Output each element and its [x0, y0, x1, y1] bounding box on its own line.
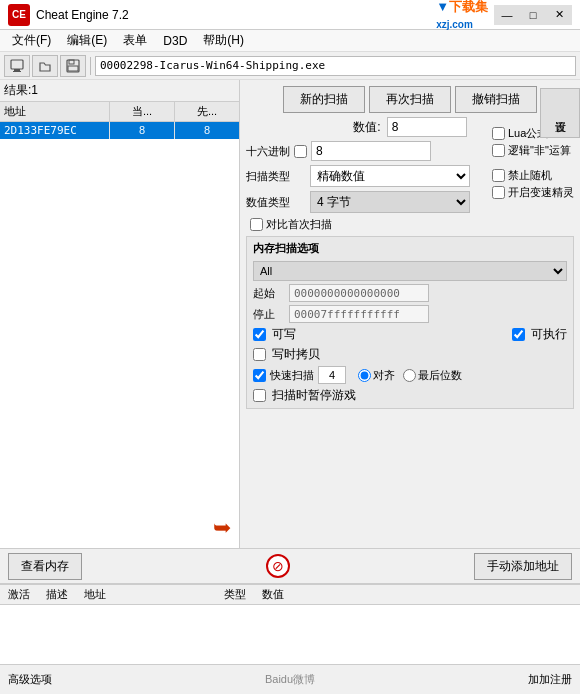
col-header-current: 当... — [110, 102, 175, 121]
lua-formula-checkbox[interactable] — [492, 127, 505, 140]
close-button[interactable]: ✕ — [546, 5, 572, 25]
table-row[interactable]: 2D133FE79EC 8 8 — [0, 122, 239, 139]
logic-not-item: 逻辑"非"运算 — [492, 143, 574, 158]
executable-checkbox[interactable] — [512, 328, 525, 341]
compare-first-checkbox[interactable] — [250, 218, 263, 231]
last-digit-label: 最后位数 — [418, 368, 462, 383]
last-digit-radio-group: 最后位数 — [403, 368, 462, 383]
scan-type-select[interactable]: 精确数值 — [310, 165, 470, 187]
end-input[interactable] — [289, 305, 429, 323]
cancel-icon[interactable]: ⊘ — [266, 554, 290, 578]
fast-scan-checkbox[interactable] — [253, 369, 266, 382]
view-memory-button[interactable]: 查看内存 — [8, 553, 82, 580]
col-header-address: 地址 — [0, 102, 110, 121]
menu-table[interactable]: 表单 — [115, 30, 155, 51]
app-icon: CE — [8, 4, 30, 26]
start-wizard-checkbox[interactable] — [492, 186, 505, 199]
register-link[interactable]: 加加注册 — [528, 672, 572, 687]
minimize-button[interactable]: — — [494, 5, 520, 25]
process-bar — [0, 52, 580, 80]
svg-rect-0 — [11, 60, 23, 69]
menu-file[interactable]: 文件(F) — [4, 30, 59, 51]
memory-scan-options: 内存扫描选项 All 起始 停止 可写 — [246, 236, 574, 409]
fast-scan-row: 快速扫描 对齐 最后位数 — [253, 366, 567, 384]
col-desc: 描述 — [38, 587, 76, 602]
bottom-bar: 高级选项 Baidu微博 加加注册 — [0, 664, 580, 694]
value-type-select[interactable]: 4 字节 — [310, 191, 470, 213]
svg-rect-5 — [68, 66, 78, 71]
logic-not-checkbox[interactable] — [492, 144, 505, 157]
svg-rect-1 — [14, 69, 20, 71]
cell-previous: 8 — [175, 122, 239, 139]
menu-bar: 文件(F) 编辑(E) 表单 D3D 帮助(H) — [0, 30, 580, 52]
left-panel: 结果:1 地址 当... 先... 2D133FE79EC 8 8 ➥ — [0, 80, 240, 548]
scan-type-label: 扫描类型 — [246, 169, 306, 184]
memory-all-select[interactable]: All — [253, 261, 567, 281]
right-panel: 新的扫描 再次扫描 撤销扫描 数值: Lua公式 逻辑"非"运算 — [240, 80, 580, 548]
value-type-label: 数值类型 — [246, 195, 306, 210]
writable-checkbox[interactable] — [253, 328, 266, 341]
col-value: 数值 — [254, 587, 292, 602]
write-exec-row: 可写 可执行 — [253, 326, 567, 343]
cow-checkbox[interactable] — [253, 348, 266, 361]
fast-scan-input[interactable] — [318, 366, 346, 384]
col-activate: 激活 — [0, 587, 38, 602]
start-wizard-item: 开启变速精灵 — [492, 185, 574, 200]
pause-game-checkbox[interactable] — [253, 389, 266, 402]
value-input[interactable] — [387, 117, 467, 137]
hex-input[interactable] — [311, 141, 431, 161]
no-random-label: 禁止随机 — [508, 168, 552, 183]
monitor-button[interactable] — [4, 55, 30, 77]
settings-button[interactable]: 设置 — [540, 88, 580, 138]
executable-label: 可执行 — [531, 326, 567, 343]
hex-checkbox[interactable] — [294, 145, 307, 158]
writable-label: 可写 — [272, 326, 296, 343]
start-input[interactable] — [289, 284, 429, 302]
process-input[interactable] — [95, 56, 576, 76]
new-scan-button[interactable]: 新的扫描 — [283, 86, 365, 113]
start-wizard-label: 开启变速精灵 — [508, 185, 574, 200]
address-table-header: 激活 描述 地址 类型 数值 — [0, 585, 580, 605]
cancel-scan-button[interactable]: 撤销扫描 — [455, 86, 537, 113]
cell-address: 2D133FE79EC — [0, 122, 110, 139]
arrow-icon: ➥ — [213, 515, 231, 541]
results-table: 2D133FE79EC 8 8 — [0, 122, 239, 508]
watermark: ▼下载集 xzj.com — [436, 0, 488, 31]
col-addr: 地址 — [76, 587, 216, 602]
maximize-button[interactable]: □ — [520, 5, 546, 25]
svg-rect-2 — [13, 71, 21, 72]
manual-add-button[interactable]: 手动添加地址 — [474, 553, 572, 580]
open-button[interactable] — [32, 55, 58, 77]
no-random-checkbox[interactable] — [492, 169, 505, 182]
menu-d3d[interactable]: D3D — [155, 32, 195, 50]
end-row: 停止 — [253, 305, 567, 323]
align-radio-group: 对齐 — [358, 368, 395, 383]
menu-edit[interactable]: 编辑(E) — [59, 30, 115, 51]
align-label: 对齐 — [373, 368, 395, 383]
last-digit-radio[interactable] — [403, 369, 416, 382]
advanced-options-link[interactable]: 高级选项 — [8, 672, 52, 687]
start-row: 起始 — [253, 284, 567, 302]
cow-label: 写时拷贝 — [272, 346, 320, 363]
bottom-scan-bar: 查看内存 ⊘ 手动添加地址 — [0, 548, 580, 584]
cell-current: 8 — [110, 122, 175, 139]
value-label: 数值: — [353, 119, 380, 136]
scan-buttons: 新的扫描 再次扫描 撤销扫描 — [246, 86, 574, 113]
footer-text: Baidu微博 — [265, 672, 315, 687]
save-button[interactable] — [60, 55, 86, 77]
start-label: 起始 — [253, 286, 283, 301]
cow-row: 写时拷贝 — [253, 346, 567, 363]
col-type: 类型 — [216, 587, 254, 602]
align-radio[interactable] — [358, 369, 371, 382]
title-bar: CE Cheat Engine 7.2 ▼下载集 xzj.com — □ ✕ — [0, 0, 580, 30]
menu-help[interactable]: 帮助(H) — [195, 30, 252, 51]
pause-game-row: 扫描时暂停游戏 — [253, 387, 567, 404]
address-table-area: 激活 描述 地址 类型 数值 — [0, 584, 580, 664]
results-label: 结果:1 — [0, 80, 239, 102]
pause-game-label: 扫描时暂停游戏 — [272, 387, 356, 404]
hex-label: 十六进制 — [246, 144, 290, 159]
memory-scan-title: 内存扫描选项 — [253, 241, 567, 256]
compare-first-label: 对比首次扫描 — [266, 217, 332, 232]
rescan-button[interactable]: 再次扫描 — [369, 86, 451, 113]
fast-scan-label: 快速扫描 — [270, 368, 314, 383]
